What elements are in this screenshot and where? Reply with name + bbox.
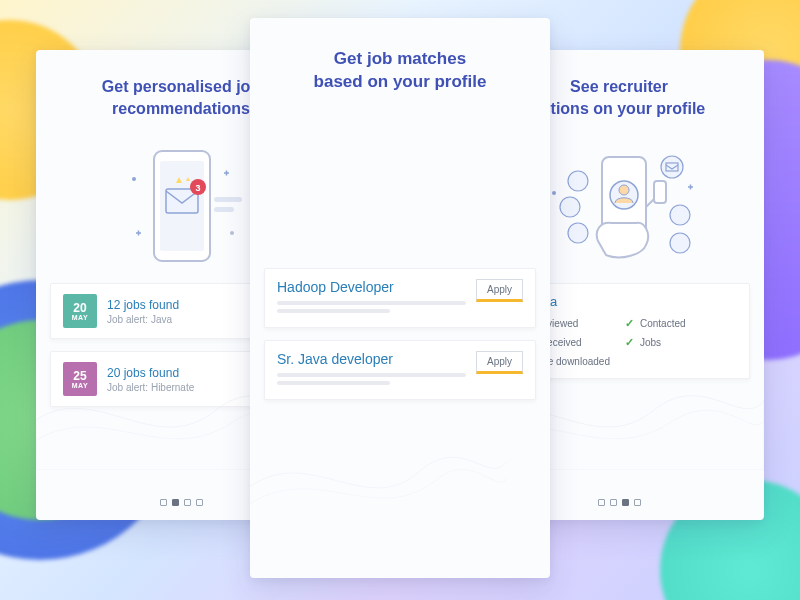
job-title: Hadoop Developer (277, 279, 466, 295)
recruiter-action-item: ✓Jobs (625, 336, 737, 349)
job-title: Sr. Java developer (277, 351, 466, 367)
dot[interactable] (184, 499, 191, 506)
title-line: recommendations (112, 100, 250, 117)
svg-point-11 (619, 185, 629, 195)
dot[interactable] (196, 499, 203, 506)
svg-rect-12 (654, 181, 666, 203)
date-day: 20 (73, 302, 86, 314)
dot[interactable] (610, 499, 617, 506)
svg-point-16 (661, 156, 683, 178)
svg-rect-7 (214, 197, 242, 202)
svg-point-20 (552, 191, 556, 195)
svg-point-14 (560, 197, 580, 217)
svg-point-5 (132, 177, 136, 181)
svg-point-15 (568, 223, 588, 243)
dot[interactable] (598, 499, 605, 506)
recruiter-action-item: ✓Contacted (625, 317, 737, 330)
date-month: MAY (72, 314, 88, 321)
title-line: Get job matches (334, 49, 466, 68)
placeholder-lines (277, 373, 466, 385)
apply-button[interactable]: Apply (476, 279, 523, 302)
job-match-card[interactable]: Hadoop Developer Apply (264, 268, 536, 328)
svg-point-6 (230, 231, 234, 235)
svg-point-13 (568, 171, 588, 191)
dot[interactable] (634, 499, 641, 506)
title-line: based on your profile (314, 72, 487, 91)
screen-title: Get job matches based on your profile (250, 18, 550, 108)
dot-active[interactable] (622, 499, 629, 506)
svg-rect-8 (214, 207, 234, 212)
svg-point-19 (670, 233, 690, 253)
dot-active[interactable] (172, 499, 179, 506)
svg-text:3: 3 (195, 183, 200, 193)
apply-button[interactable]: Apply (476, 351, 523, 374)
date-chip: 20 MAY (63, 294, 97, 328)
svg-point-18 (670, 205, 690, 225)
title-line: Get personalised job (102, 78, 260, 95)
title-line: actions on your profile (533, 100, 705, 117)
check-icon: ✓ (625, 336, 634, 349)
title-line: See recruiter (570, 78, 668, 95)
job-match-card[interactable]: Sr. Java developer Apply (264, 340, 536, 400)
dot[interactable] (160, 499, 167, 506)
alert-title: 12 jobs found (107, 298, 179, 312)
alert-subtitle: Job alert: Java (107, 314, 179, 325)
center-illustration-placeholder (250, 108, 550, 268)
onboarding-screen-matches: Get job matches based on your profile Ha… (250, 18, 550, 578)
placeholder-lines (277, 301, 466, 313)
check-icon: ✓ (625, 317, 634, 330)
